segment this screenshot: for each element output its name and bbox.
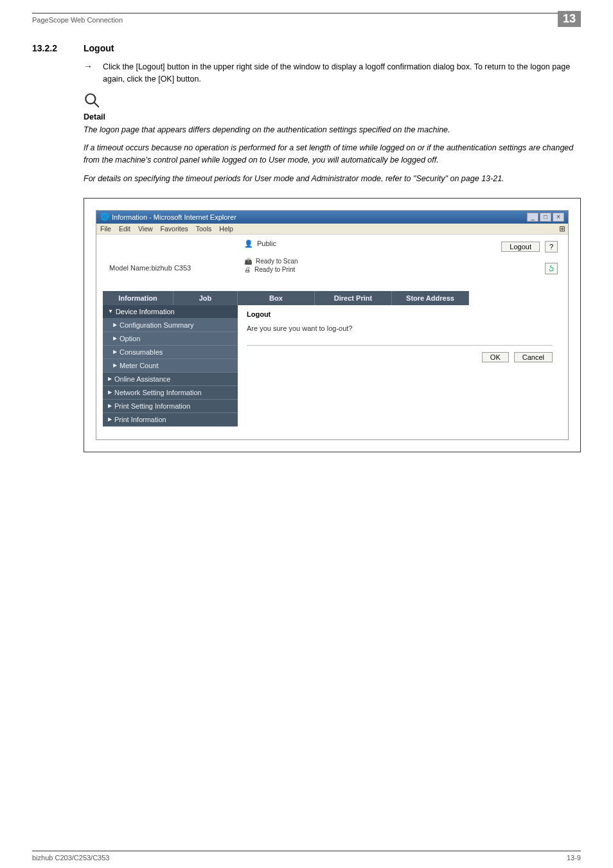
chevron-down-icon: ▼ — [108, 308, 113, 314]
tab-box[interactable]: Box — [238, 291, 315, 305]
sidebar-consumables[interactable]: ▶Consumables — [103, 346, 238, 359]
chevron-right-icon: ▶ — [108, 389, 112, 395]
menu-edit[interactable]: Edit — [119, 225, 130, 233]
user-icon: 👤 — [244, 240, 253, 248]
sidebar-item-label: Device Information — [116, 308, 175, 315]
sidebar-item-label: Network Setting Information — [114, 389, 202, 396]
maximize-button[interactable]: □ — [540, 213, 551, 222]
sidebar-network-setting-information[interactable]: ▶Network Setting Information — [103, 386, 238, 400]
chevron-right-icon: ▶ — [113, 322, 117, 328]
detail-label: Detail — [84, 112, 581, 121]
cancel-button[interactable]: Cancel — [514, 352, 553, 362]
chevron-right-icon: ▶ — [108, 403, 112, 409]
sidebar-item-label: Option — [120, 335, 140, 342]
sidebar-item-label: Print Setting Information — [114, 402, 190, 410]
windows-flag-icon: ⊞ — [559, 224, 565, 233]
sidebar-device-information[interactable]: ▼Device Information — [103, 305, 238, 319]
chevron-right-icon: ▶ — [113, 362, 117, 368]
refresh-button[interactable] — [545, 263, 558, 274]
help-button[interactable]: ? — [545, 241, 558, 252]
sidebar-item-label: Meter Count — [120, 362, 159, 369]
sidebar-print-information[interactable]: ▶Print Information — [103, 413, 238, 427]
section-title: Logout — [84, 43, 114, 53]
chevron-right-icon: ▶ — [113, 349, 117, 355]
menu-file[interactable]: File — [100, 225, 111, 233]
status-scan: Ready to Scan — [256, 258, 298, 265]
footer-right: 13-9 — [567, 854, 581, 862]
svg-line-1 — [94, 102, 99, 107]
ie-menubar: File Edit View Favorites Tools Help ⊞ — [96, 224, 568, 235]
close-button[interactable]: × — [553, 213, 564, 222]
sidebar-print-setting-information[interactable]: ▶Print Setting Information — [103, 400, 238, 413]
logout-button[interactable]: Logout — [501, 242, 540, 252]
chevron-right-icon: ▶ — [108, 416, 112, 422]
tab-store-address[interactable]: Store Address — [392, 291, 469, 305]
ie-titlebar: 🌐 Information - Microsoft Internet Explo… — [96, 211, 568, 224]
sidebar-online-assistance[interactable]: ▶Online Assistance — [103, 373, 238, 386]
sidebar-configuration-summary[interactable]: ▶Configuration Summary — [103, 319, 238, 332]
divider — [247, 345, 553, 346]
user-label: Public — [257, 240, 276, 247]
tab-direct-print[interactable]: Direct Print — [315, 291, 392, 305]
chevron-right-icon: ▶ — [108, 376, 112, 382]
menu-favorites[interactable]: Favorites — [161, 225, 188, 233]
logout-message: Are you sure you want to log-out? — [247, 324, 553, 332]
detail-p2: If a timeout occurs because no operation… — [84, 142, 581, 166]
sidebar-meter-count[interactable]: ▶Meter Count — [103, 359, 238, 373]
svg-point-0 — [85, 94, 95, 103]
ie-title: Information - Microsoft Internet Explore… — [112, 213, 236, 221]
section-number: 13.2.2 — [32, 43, 84, 53]
detail-p1: The logon page that appears differs depe… — [84, 124, 581, 136]
sidebar-option[interactable]: ▶Option — [103, 332, 238, 346]
menu-view[interactable]: View — [138, 225, 153, 233]
ie-icon: 🌐 — [100, 213, 109, 221]
chevron-right-icon: ▶ — [113, 335, 117, 341]
scan-icon: 📠 — [244, 258, 252, 265]
menu-help[interactable]: Help — [219, 225, 233, 233]
tab-information[interactable]: Information — [103, 291, 173, 305]
footer-left: bizhub C203/C253/C353 — [32, 854, 109, 862]
pane-title: Logout — [247, 310, 553, 318]
minimize-button[interactable]: _ — [527, 213, 538, 222]
tab-job[interactable]: Job — [173, 291, 238, 305]
screenshot-container: 🌐 Information - Microsoft Internet Explo… — [84, 198, 581, 452]
detail-p3: For details on specifying the timeout pe… — [84, 173, 581, 185]
ok-button[interactable]: OK — [482, 352, 509, 362]
model-name: Model Name:bizhub C353 — [109, 264, 191, 272]
print-icon: 🖨 — [244, 266, 251, 273]
breadcrumb: PageScope Web Connection — [32, 16, 581, 24]
chapter-badge: 13 — [558, 11, 581, 27]
sidebar-item-label: Consumables — [120, 348, 163, 356]
status-print: Ready to Print — [254, 266, 295, 273]
sidebar-item-label: Configuration Summary — [120, 321, 194, 329]
sidebar-item-label: Online Assistance — [114, 375, 170, 383]
sidebar-item-label: Print Information — [114, 416, 166, 423]
arrow-bullet: → — [84, 61, 103, 85]
menu-tools[interactable]: Tools — [196, 225, 212, 233]
instruction-text: Click the [Logout] button in the upper r… — [103, 61, 581, 85]
magnifier-icon — [84, 92, 581, 111]
